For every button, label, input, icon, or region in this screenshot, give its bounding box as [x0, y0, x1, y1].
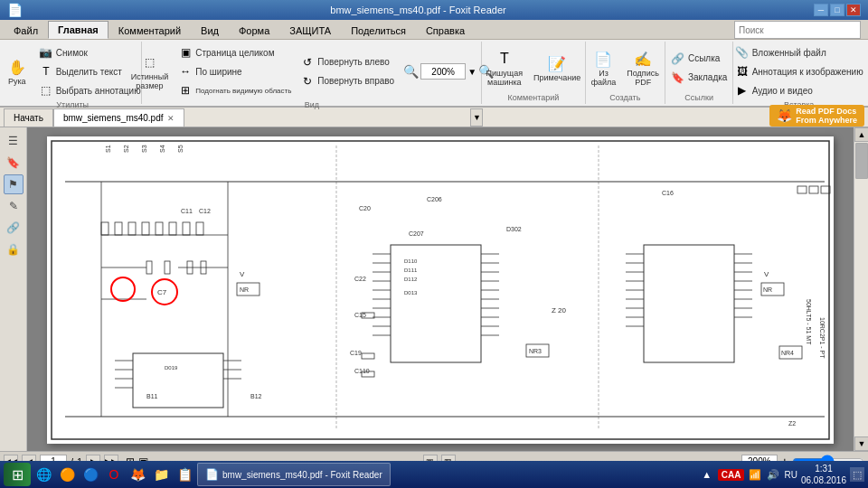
close-button[interactable]: ✕: [846, 4, 861, 16]
left-panel-btn-link[interactable]: 🔗: [4, 218, 24, 238]
audio-video-label: Аудио и видео: [752, 86, 813, 96]
doc-tab-main[interactable]: bmw_siemens_ms40.pdf ✕: [53, 108, 184, 127]
left-panel-btn-nav[interactable]: ☰: [4, 131, 24, 151]
scroll-down-button[interactable]: ▼: [854, 436, 868, 451]
svg-text:C16: C16: [662, 190, 674, 196]
snapshot-label: Снимок: [56, 48, 88, 58]
from-file-button[interactable]: 📄 Изфайла: [587, 45, 621, 90]
show-desktop-icon[interactable]: ⬚: [850, 467, 864, 482]
taskbar-active-app[interactable]: 📄 bmw_siemens_ms40.pdf - Foxit Reader: [197, 463, 391, 486]
left-panel-btn-search[interactable]: ⚑: [4, 174, 24, 194]
start-button[interactable]: ⊞: [4, 463, 31, 486]
select-text-label: Выделить текст: [56, 67, 122, 77]
ribbon-group-insert: 📎 Вложенный файл 🖼 Аннотация к изображен…: [733, 42, 864, 104]
actual-size-label: Истинныйразмер: [131, 73, 169, 91]
fit-visible-button[interactable]: ⊞ Подогнать видимую область: [175, 81, 295, 99]
search-input[interactable]: [734, 21, 861, 39]
rotate-right-button[interactable]: ↻ Повернуть вправо: [297, 72, 398, 90]
taskbar-chrome-icon[interactable]: 🔵: [80, 464, 101, 485]
links-label: Ссылки: [684, 93, 713, 102]
document-view[interactable]: S1 S2 S3 S4 S5 C11 C12: [27, 127, 854, 451]
tab-view[interactable]: Вид: [191, 21, 229, 39]
tray-network-icon[interactable]: 📶: [748, 467, 762, 482]
full-page-button[interactable]: ▣ Страница целиком: [175, 43, 295, 61]
left-panel-btn-bookmark[interactable]: 🔖: [4, 153, 24, 173]
svg-text:NR4: NR4: [781, 350, 794, 356]
tab-file[interactable]: Файл: [4, 21, 48, 39]
by-width-button[interactable]: ↔ По ширине: [175, 62, 295, 80]
scroll-up-button[interactable]: ▲: [854, 127, 868, 142]
left-panel-btn-comment[interactable]: ✎: [4, 196, 24, 216]
full-page-icon: ▣: [178, 45, 193, 60]
rotate-left-button[interactable]: ↺ Повернуть влево: [297, 53, 398, 71]
embedded-file-button[interactable]: 📎 Вложенный файл: [731, 43, 867, 61]
insert-content: 📎 Вложенный файл 🖼 Аннотация к изображен…: [731, 43, 867, 99]
tab-form[interactable]: Форма: [229, 21, 279, 39]
scroll-track[interactable]: [854, 142, 868, 436]
caa-badge[interactable]: CAA: [718, 469, 745, 481]
svg-text:B12: B12: [250, 393, 262, 399]
doc-tab-start-label: Начать: [14, 113, 43, 123]
tab-home[interactable]: Главная: [48, 21, 108, 39]
typewriter-button[interactable]: T Пишущаямашинка: [482, 45, 528, 90]
note-button[interactable]: 📝 Примечание: [529, 50, 585, 86]
clock-date: 06.08.2016: [801, 474, 846, 486]
doc-tab-start[interactable]: Начать: [4, 108, 53, 127]
svg-text:V: V: [240, 270, 245, 278]
link-button[interactable]: 🔗 Ссылка: [667, 50, 731, 68]
title-bar: 📄 bmw_siemens_ms40.pdf - Foxit Reader ─ …: [0, 0, 868, 20]
svg-text:10RC2P1 - PT: 10RC2P1 - PT: [819, 317, 826, 359]
svg-text:C207: C207: [409, 230, 424, 237]
sign-pdf-button[interactable]: ✍ ПодписьPDF: [622, 45, 664, 90]
taskbar-opera-icon[interactable]: O: [103, 464, 125, 485]
link-label: Ссылка: [688, 53, 720, 63]
zoom-out-icon[interactable]: 🔍: [403, 64, 419, 79]
link-icon: 🔗: [671, 52, 685, 66]
tab-share[interactable]: Поделиться: [341, 21, 416, 39]
minimize-button[interactable]: ─: [814, 4, 828, 16]
doc-tab-dropdown[interactable]: ▼: [470, 108, 483, 127]
tab-help[interactable]: Справка: [416, 21, 475, 39]
bookmark-button[interactable]: 🔖 Закладка: [667, 69, 731, 87]
tray-arrow-icon[interactable]: ▲: [700, 467, 714, 482]
taskbar-app-label: bmw_siemens_ms40.pdf - Foxit Reader: [222, 470, 382, 480]
ribbon-group-utilities: ✋ Рука 📷 Снимок T Выделить текст ⬚ Выбра…: [4, 42, 142, 104]
doc-tab-main-label: bmw_siemens_ms40.pdf: [63, 113, 164, 123]
create-content: 📄 Изфайла ✍ ПодписьPDF: [587, 43, 664, 92]
bookmark-icon: 🔖: [671, 70, 685, 85]
audio-video-icon: ▶: [735, 83, 750, 98]
scroll-thumb[interactable]: [855, 143, 868, 179]
zoom-input[interactable]: [420, 63, 466, 80]
audio-video-button[interactable]: ▶ Аудио и видео: [731, 81, 867, 99]
taskbar-ff2-icon[interactable]: 🦊: [127, 464, 148, 485]
select-annotation-icon: ⬚: [39, 83, 53, 98]
left-panel: ☰ 🔖 ⚑ ✎ 🔗 🔒: [0, 127, 27, 451]
zoom-dropdown-icon[interactable]: ▼: [467, 67, 476, 77]
foxit-ad-text: Read PDF DocsFrom Anywhere: [796, 107, 857, 125]
bookmark-label: Закладка: [688, 72, 727, 82]
annotation-image-button[interactable]: 🖼 Аннотация к изображению: [731, 62, 867, 80]
taskbar-ie-icon[interactable]: 🌐: [33, 464, 54, 485]
tray-language[interactable]: RU: [784, 470, 797, 480]
tray-volume-icon[interactable]: 🔊: [766, 467, 780, 482]
left-panel-btn-security[interactable]: 🔒: [4, 239, 24, 259]
from-file-label: Изфайла: [591, 70, 617, 88]
right-scrollbar: ▲ ▼: [854, 127, 868, 451]
utilities-content: ✋ Рука 📷 Снимок T Выделить текст ⬚ Выбра…: [1, 43, 145, 99]
tab-comment[interactable]: Комментарий: [108, 21, 191, 39]
svg-text:D013: D013: [404, 290, 418, 296]
actual-size-button[interactable]: ⬚ Истинныйразмер: [127, 49, 174, 94]
hand-tool-button[interactable]: ✋ Рука: [1, 53, 33, 89]
comment-content: T Пишущаямашинка 📝 Примечание: [482, 43, 586, 92]
svg-text:C20: C20: [359, 205, 371, 211]
taskbar-firefox-icon[interactable]: 🟠: [56, 464, 78, 485]
system-clock[interactable]: 1:31 06.08.2016: [801, 463, 846, 486]
taskbar-explorer-icon[interactable]: 📁: [150, 464, 172, 485]
taskbar-clipboard-icon[interactable]: 📋: [174, 464, 195, 485]
maximize-button[interactable]: □: [830, 4, 844, 16]
foxit-ad-banner[interactable]: 🦊 Read PDF DocsFrom Anywhere: [769, 105, 864, 127]
svg-text:D019: D019: [165, 365, 178, 371]
doc-tab-close-button[interactable]: ✕: [167, 114, 175, 123]
tab-protect[interactable]: ЗАЩИТА: [279, 21, 341, 39]
by-width-icon: ↔: [178, 64, 193, 79]
